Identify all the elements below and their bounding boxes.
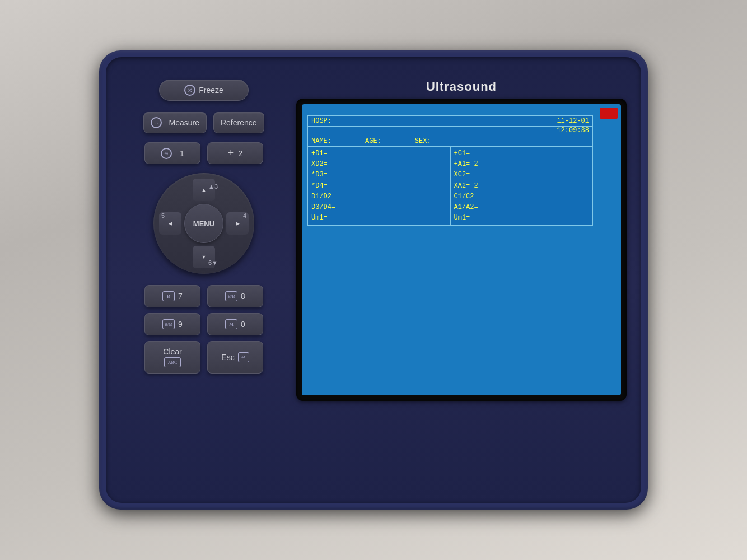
screen-display: HOSP: 11-12-01 12:09:38 NAME: AGE: SEX: [302, 104, 621, 395]
col2-row3: XC2= [454, 170, 590, 180]
data-col-2: +C1= +A1= 2 XC2= XA2= 2 C1/C2= A1/A2= Um… [451, 147, 593, 225]
col1-row3: *D3= [311, 170, 447, 180]
menu-button[interactable]: MENU [184, 204, 223, 243]
menu-label: MENU [193, 220, 214, 228]
bm-mode-icon: B/M [162, 319, 175, 329]
age-label: AGE: [365, 137, 381, 145]
dpad-area: ▲ ▲3 ▼ 6▼ ◀ 5 ▶ [123, 173, 285, 274]
measure-icon: ↔ [151, 117, 162, 128]
reference-button[interactable]: Reference [213, 112, 264, 133]
name-age-sex-row: NAME: AGE: SEX: [308, 136, 592, 147]
b-num-label: 7 [178, 292, 183, 301]
col1-row7: Um1= [311, 213, 447, 223]
sex-label: SEX: [415, 137, 431, 145]
m-num-label: 0 [241, 320, 245, 329]
measure-ref-row: ↔ Measure Reference [123, 112, 285, 133]
dpad-container: ▲ ▲3 ▼ 6▼ ◀ 5 ▶ [153, 173, 254, 274]
freeze-label: Freeze [199, 86, 223, 95]
ultrasound-device: ✕ Freeze ↔ Measure Reference ⊕ [99, 50, 648, 510]
dpad-right-num: 4 [243, 212, 246, 219]
bm-num-label: 9 [178, 320, 183, 329]
data-columns: +D1= XD2= *D3= *D4= D1/D2= D3/D4= Um1= + [308, 147, 592, 225]
clear-abc-icon: ABC [164, 357, 181, 367]
bottom-buttons: B 7 B/B 8 B/M 9 [123, 285, 285, 374]
m-mode-button[interactable]: M 0 [207, 313, 263, 335]
bm-mode-button[interactable]: B/M 9 [144, 313, 200, 335]
date-display: 11-12-01 [557, 117, 589, 125]
clear-button[interactable]: Clear ABC [144, 341, 200, 374]
zoom-1-label: 1 [180, 149, 184, 158]
clear-esc-row: Clear ABC Esc ↵ [144, 341, 263, 374]
measure-button[interactable]: ↔ Measure [143, 112, 206, 133]
red-indicator [600, 108, 618, 119]
hosp-label: HOSP: [311, 117, 332, 125]
col2-row1: +C1= [454, 148, 590, 159]
time-display: 12:09:38 [557, 127, 589, 134]
plus-2-button[interactable]: + 2 [207, 142, 263, 164]
screen-bezel: HOSP: 11-12-01 12:09:38 NAME: AGE: SEX: [296, 99, 627, 401]
esc-label: Esc [221, 353, 234, 362]
col2-row7: Um1= [454, 213, 590, 223]
measure-label: Measure [169, 118, 199, 127]
col1-row6: D3/D4= [311, 202, 447, 213]
b-mode-button[interactable]: B 7 [144, 285, 200, 307]
clear-label: Clear [163, 347, 181, 356]
device-body: ✕ Freeze ↔ Measure Reference ⊕ [106, 57, 641, 503]
hosp-row: HOSP: 11-12-01 [308, 116, 592, 127]
dpad-left-num: 5 [161, 212, 165, 219]
dpad-down-num: 6▼ [208, 259, 218, 266]
col2-row5: C1/C2= [454, 192, 590, 202]
bm-m-row: B/M 9 M 0 [144, 313, 263, 335]
screen-section: Ultrasound HOSP: 11-12-01 [296, 80, 627, 472]
zoom-icon: ⊕ [161, 148, 172, 159]
dpad-up-button[interactable]: ▲ [193, 179, 215, 201]
bb-mode-button[interactable]: B/B 8 [207, 285, 263, 307]
dpad-up-num: ▲3 [208, 183, 218, 190]
plus-2-label: 2 [238, 149, 242, 158]
name-label: NAME: [311, 137, 332, 145]
col1-row5: D1/D2= [311, 192, 447, 202]
col1-row2: XD2= [311, 159, 447, 170]
device-title: Ultrasound [296, 80, 627, 94]
col2-row4: XA2= 2 [454, 181, 590, 192]
col2-row2: +A1= 2 [454, 159, 590, 170]
plus-icon: + [228, 147, 234, 159]
reference-label: Reference [221, 118, 257, 127]
freeze-icon: ✕ [184, 85, 195, 96]
col1-row4: *D4= [311, 181, 447, 192]
zoom-1-button[interactable]: ⊕ 1 [144, 142, 200, 164]
time-row: 12:09:38 [308, 127, 592, 136]
bb-mode-icon: B/B [225, 291, 237, 301]
b-bb-row: B 7 B/B 8 [144, 285, 263, 307]
esc-icon: ↵ [238, 352, 249, 362]
screen-data-table: HOSP: 11-12-01 12:09:38 NAME: AGE: SEX: [307, 115, 593, 226]
col1-row1: +D1= [311, 148, 447, 159]
esc-button[interactable]: Esc ↵ [207, 341, 263, 374]
m-mode-icon: M [225, 319, 237, 329]
col2-row6: A1/A2= [454, 202, 590, 213]
zoom-row: ⊕ 1 + 2 [123, 142, 285, 164]
bb-num-label: 8 [241, 292, 245, 301]
data-col-1: +D1= XD2= *D3= *D4= D1/D2= D3/D4= Um1= [308, 147, 451, 225]
controls-section: ✕ Freeze ↔ Measure Reference ⊕ [123, 80, 285, 374]
b-mode-icon: B [162, 291, 175, 301]
freeze-button[interactable]: ✕ Freeze [159, 80, 249, 101]
device-outer-shell: ✕ Freeze ↔ Measure Reference ⊕ [99, 50, 648, 510]
